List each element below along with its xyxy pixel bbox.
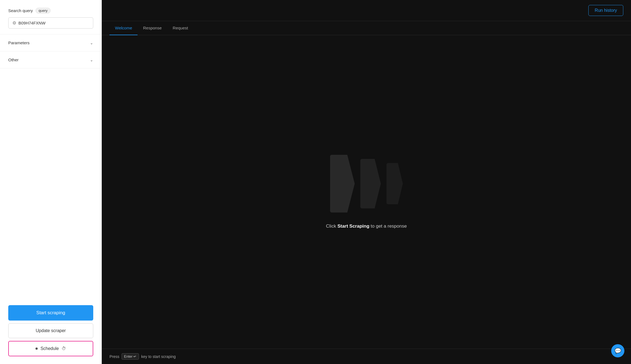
start-scraping-button[interactable]: Start scraping (8, 305, 93, 321)
welcome-message: Click Start Scraping to get a response (326, 224, 407, 229)
schedule-label: Schedule (40, 346, 59, 351)
update-scraper-button[interactable]: Update scraper (8, 323, 93, 338)
parameters-section: Parameters ⌄ (0, 34, 101, 51)
tabs-row: Welcome Response Request (102, 21, 631, 35)
search-input-value: B09H74FXNW (18, 21, 45, 25)
shape-2 (360, 159, 381, 208)
other-label: Other (8, 57, 19, 62)
enter-key-label: Enter ↵ (124, 354, 137, 359)
key-suffix: key to start scraping (141, 354, 175, 359)
tab-response[interactable]: Response (138, 21, 167, 35)
shape-1 (330, 155, 355, 213)
chat-bubble-button[interactable]: 💬 (611, 344, 624, 357)
enter-key-badge: Enter ↵ (122, 353, 139, 360)
other-section: Other ⌄ (0, 51, 101, 68)
tab-welcome[interactable]: Welcome (109, 21, 138, 35)
right-panel-header: Run history (102, 0, 631, 21)
schedule-dot-icon (35, 348, 38, 350)
welcome-text-prefix: Click (326, 224, 338, 229)
gear-icon: ⚙ (12, 20, 16, 26)
search-section: Search query query ⚙ B09H74FXNW (0, 0, 101, 34)
left-panel-spacer (0, 68, 101, 300)
left-panel: Search query query ⚙ B09H74FXNW Paramete… (0, 0, 102, 364)
welcome-text-bold: Start Scraping (338, 224, 369, 229)
run-history-button[interactable]: Run history (588, 5, 623, 16)
welcome-text-suffix: to get a response (369, 224, 407, 229)
parameters-accordion-header[interactable]: Parameters ⌄ (8, 34, 93, 51)
other-accordion-header[interactable]: Other ⌄ (8, 51, 93, 68)
search-input-wrapper[interactable]: ⚙ B09H74FXNW (8, 17, 93, 29)
shape-3 (386, 163, 403, 204)
search-query-label: Search query (8, 8, 33, 13)
left-panel-buttons: Start scraping Update scraper Schedule ⏱ (0, 300, 101, 364)
schedule-clock-icon: ⏱ (62, 346, 66, 351)
tab-request[interactable]: Request (167, 21, 194, 35)
right-panel: Run history Welcome Response Request Cli… (102, 0, 631, 364)
decorative-shapes (330, 155, 403, 213)
other-chevron-icon: ⌄ (90, 58, 93, 62)
search-query-row: Search query query (8, 8, 93, 13)
chat-icon: 💬 (614, 348, 621, 354)
bottom-bar: Press Enter ↵ key to start scraping (102, 349, 631, 364)
main-content: Click Start Scraping to get a response (102, 35, 631, 349)
parameters-label: Parameters (8, 40, 30, 45)
schedule-button[interactable]: Schedule ⏱ (8, 341, 93, 356)
parameters-chevron-icon: ⌄ (90, 41, 93, 45)
press-label: Press (109, 354, 119, 359)
query-badge: query (35, 8, 51, 13)
